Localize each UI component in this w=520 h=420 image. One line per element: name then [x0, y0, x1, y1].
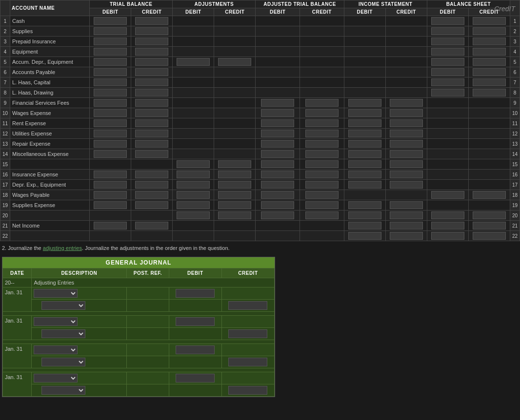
- journal-debit-input[interactable]: [176, 345, 215, 354]
- bs-credit-input[interactable]: [473, 17, 506, 25]
- atb-credit-input[interactable]: [305, 181, 339, 189]
- adj-debit-input[interactable]: [177, 201, 210, 209]
- is-credit-cell[interactable]: [385, 231, 427, 241]
- tb-credit-cell[interactable]: [131, 200, 173, 210]
- is-credit-input[interactable]: [390, 130, 423, 137]
- tb-credit-cell[interactable]: [131, 108, 173, 118]
- atb-credit-cell[interactable]: [300, 129, 344, 139]
- bs-credit-input[interactable]: [473, 78, 506, 86]
- is-debit-cell[interactable]: [344, 149, 385, 159]
- atb-debit-input[interactable]: [261, 119, 294, 127]
- is-credit-cell[interactable]: [385, 170, 427, 180]
- is-credit-input[interactable]: [390, 99, 423, 107]
- tb-debit-input[interactable]: [94, 58, 127, 66]
- is-credit-cell[interactable]: [385, 129, 427, 139]
- atb-credit-input[interactable]: [305, 109, 339, 117]
- is-credit-input[interactable]: [390, 109, 423, 117]
- adj-debit-input[interactable]: [177, 211, 210, 219]
- journal-account-credit-select[interactable]: [41, 358, 85, 366]
- atb-debit-cell[interactable]: [256, 108, 300, 118]
- tb-credit-cell[interactable]: [131, 129, 173, 139]
- is-credit-cell[interactable]: [385, 159, 427, 170]
- tb-credit-input[interactable]: [135, 119, 168, 127]
- tb-debit-cell[interactable]: [90, 98, 131, 108]
- atb-credit-input[interactable]: [305, 119, 339, 127]
- is-debit-input[interactable]: [348, 171, 381, 178]
- bs-credit-cell[interactable]: [468, 16, 510, 26]
- journal-debit-input[interactable]: [176, 289, 215, 298]
- tb-debit-cell[interactable]: [90, 88, 131, 98]
- is-debit-cell[interactable]: [344, 159, 385, 170]
- tb-debit-cell[interactable]: [90, 47, 131, 57]
- is-credit-cell[interactable]: [385, 221, 427, 231]
- journal-debit-amount-cell[interactable]: [169, 316, 221, 328]
- atb-debit-cell[interactable]: [256, 118, 300, 129]
- is-debit-input[interactable]: [348, 99, 381, 107]
- is-debit-cell[interactable]: [344, 118, 385, 129]
- adj-credit-input[interactable]: [218, 191, 251, 199]
- is-debit-cell[interactable]: [344, 170, 385, 180]
- atb-debit-input[interactable]: [261, 211, 294, 219]
- adj-credit-cell[interactable]: [214, 190, 256, 200]
- bs-debit-cell[interactable]: [427, 231, 468, 241]
- bs-credit-input[interactable]: [473, 48, 506, 56]
- journal-credit-input[interactable]: [228, 329, 267, 338]
- tb-credit-input[interactable]: [135, 78, 168, 86]
- is-credit-input[interactable]: [390, 222, 423, 229]
- bs-debit-input[interactable]: [431, 58, 464, 66]
- tb-debit-cell[interactable]: [90, 16, 131, 26]
- tb-debit-cell[interactable]: [90, 108, 131, 118]
- tb-credit-input[interactable]: [135, 48, 168, 56]
- journal-desc-debit-cell[interactable]: [32, 372, 127, 384]
- atb-credit-cell[interactable]: [300, 190, 344, 200]
- bs-debit-cell[interactable]: [427, 221, 468, 231]
- tb-credit-input[interactable]: [135, 38, 168, 45]
- tb-credit-cell[interactable]: [131, 190, 173, 200]
- tb-debit-cell[interactable]: [90, 77, 131, 88]
- tb-debit-cell[interactable]: [90, 67, 131, 77]
- adjusting-entries-link[interactable]: adjusting entries: [43, 245, 82, 251]
- atb-credit-cell[interactable]: [300, 98, 344, 108]
- bs-debit-input[interactable]: [431, 191, 464, 199]
- bs-debit-input[interactable]: [431, 68, 464, 76]
- atb-debit-cell[interactable]: [256, 129, 300, 139]
- journal-account-credit-select[interactable]: [41, 329, 85, 338]
- adj-debit-input[interactable]: [177, 181, 210, 189]
- atb-credit-cell[interactable]: [300, 200, 344, 210]
- journal-account-credit-select[interactable]: [41, 301, 85, 310]
- tb-debit-input[interactable]: [94, 17, 127, 25]
- adj-credit-cell[interactable]: [214, 57, 256, 67]
- tb-credit-input[interactable]: [135, 171, 168, 178]
- tb-debit-input[interactable]: [94, 171, 127, 178]
- tb-debit-cell[interactable]: [90, 221, 131, 231]
- bs-credit-cell[interactable]: [468, 26, 510, 37]
- tb-debit-input[interactable]: [94, 78, 127, 86]
- bs-debit-cell[interactable]: [427, 210, 468, 221]
- journal-desc-credit-cell[interactable]: [32, 384, 127, 397]
- atb-credit-cell[interactable]: [300, 180, 344, 190]
- tb-debit-cell[interactable]: [90, 200, 131, 210]
- tb-debit-cell[interactable]: [90, 180, 131, 190]
- bs-debit-input[interactable]: [431, 78, 464, 86]
- bs-debit-input[interactable]: [431, 232, 464, 240]
- bs-credit-cell[interactable]: [468, 88, 510, 98]
- atb-debit-cell[interactable]: [256, 98, 300, 108]
- bs-debit-cell[interactable]: [427, 26, 468, 37]
- is-debit-input[interactable]: [348, 130, 381, 137]
- bs-debit-cell[interactable]: [427, 88, 468, 98]
- journal-credit-input[interactable]: [228, 358, 267, 366]
- tb-debit-cell[interactable]: [90, 170, 131, 180]
- tb-credit-input[interactable]: [135, 130, 168, 137]
- bs-debit-input[interactable]: [431, 38, 464, 45]
- bs-debit-cell[interactable]: [427, 67, 468, 77]
- bs-credit-input[interactable]: [473, 211, 506, 219]
- tb-credit-cell[interactable]: [131, 118, 173, 129]
- tb-credit-cell[interactable]: [131, 221, 173, 231]
- bs-credit-cell[interactable]: [468, 67, 510, 77]
- atb-credit-input[interactable]: [305, 160, 339, 168]
- atb-credit-cell[interactable]: [300, 108, 344, 118]
- atb-credit-cell[interactable]: [300, 159, 344, 170]
- bs-credit-cell[interactable]: [468, 231, 510, 241]
- atb-debit-input[interactable]: [261, 130, 294, 137]
- tb-credit-input[interactable]: [135, 27, 168, 35]
